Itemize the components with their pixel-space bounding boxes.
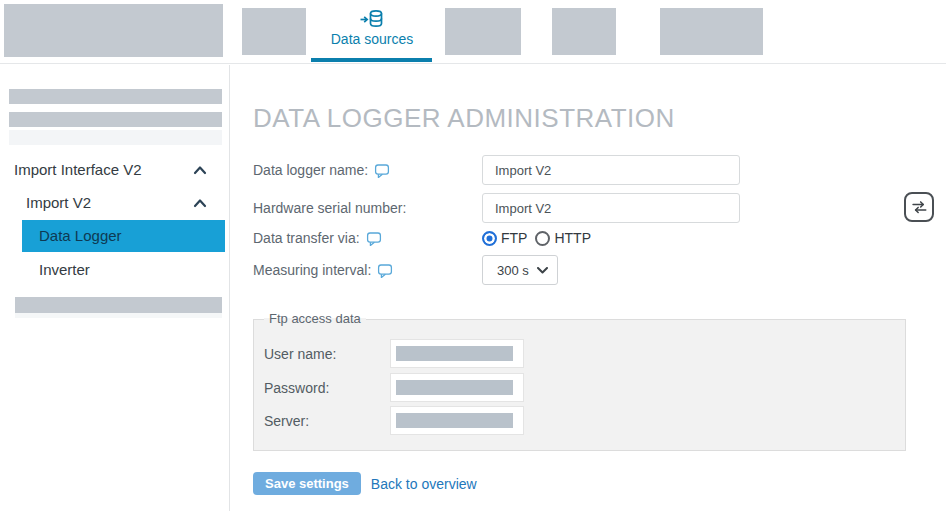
- user-name-input[interactable]: [390, 339, 524, 368]
- speech-bubble-icon[interactable]: [374, 163, 390, 179]
- logo-placeholder: [4, 4, 223, 57]
- form-row-user-name: User name:: [264, 339, 524, 368]
- radio-ftp[interactable]: FTP: [482, 230, 527, 246]
- chevron-down-icon: [537, 267, 548, 274]
- ftp-access-legend: Ftp access data: [264, 311, 366, 326]
- redacted-value-bar: [396, 413, 513, 428]
- data-transfer-label: Data transfer via:: [253, 230, 360, 246]
- radio-http-label: HTTP: [554, 230, 591, 246]
- top-navigation-bar: Data sources: [0, 0, 946, 64]
- data-logger-name-label: Data logger name:: [253, 162, 368, 178]
- nav-item-placeholder-4[interactable]: [660, 8, 763, 55]
- radio-ftp-label: FTP: [501, 230, 527, 246]
- ftp-access-fieldset: Ftp access data User name: Password: Ser…: [253, 319, 906, 451]
- radio-http-dot[interactable]: [535, 231, 550, 246]
- save-settings-button[interactable]: Save settings: [253, 472, 361, 495]
- page-title: DATA LOGGER ADMINISTRATION: [253, 103, 675, 134]
- measuring-interval-label: Measuring interval:: [253, 262, 371, 278]
- swap-horizontal-icon[interactable]: [904, 192, 934, 222]
- redacted-value-bar: [396, 346, 513, 361]
- data-logger-name-input[interactable]: [482, 155, 740, 185]
- form-row-data-logger-name: Data logger name:: [253, 155, 740, 185]
- sidebar-placeholder-bar-5: [15, 313, 222, 318]
- sidebar: Import Interface V2 Import V2 Data Logge…: [0, 65, 230, 511]
- redacted-value-bar: [396, 380, 513, 395]
- sidebar-item-import-v2[interactable]: Import V2: [26, 195, 91, 211]
- form-row-hardware-serial: Hardware serial number:: [253, 193, 740, 223]
- nav-item-placeholder-2[interactable]: [445, 8, 521, 55]
- speech-bubble-icon[interactable]: [366, 231, 382, 247]
- hardware-serial-input[interactable]: [482, 193, 740, 223]
- sidebar-item-import-interface-v2[interactable]: Import Interface V2: [14, 162, 142, 178]
- transfer-radio-group: FTP HTTP: [482, 230, 591, 246]
- measuring-interval-select[interactable]: 300 s: [482, 255, 558, 285]
- server-input[interactable]: [390, 406, 524, 435]
- form-row-password: Password:: [264, 373, 524, 402]
- sidebar-placeholder-bar-1: [9, 89, 222, 104]
- measuring-interval-value: 300 s: [497, 263, 529, 278]
- database-import-icon: [312, 8, 432, 30]
- form-row-server: Server:: [264, 406, 524, 435]
- sidebar-placeholder-bar-4: [15, 297, 222, 313]
- server-label: Server:: [264, 413, 390, 429]
- tab-data-sources[interactable]: Data sources: [312, 8, 432, 47]
- form-row-data-transfer: Data transfer via: FTP HTTP: [253, 229, 591, 247]
- user-name-label: User name:: [264, 346, 390, 362]
- sidebar-placeholder-bar-2: [9, 112, 222, 127]
- radio-ftp-dot[interactable]: [482, 231, 497, 246]
- active-tab-underline: [311, 58, 432, 62]
- main-content: DATA LOGGER ADMINISTRATION Data logger n…: [231, 65, 946, 511]
- speech-bubble-icon[interactable]: [377, 263, 393, 279]
- back-to-overview-link[interactable]: Back to overview: [371, 476, 477, 492]
- chevron-up-icon[interactable]: [192, 164, 208, 176]
- radio-http[interactable]: HTTP: [535, 230, 591, 246]
- password-input[interactable]: [390, 373, 524, 402]
- sidebar-item-inverter[interactable]: Inverter: [39, 262, 90, 278]
- tab-data-sources-label: Data sources: [312, 31, 432, 47]
- password-label: Password:: [264, 380, 390, 396]
- nav-item-placeholder-1[interactable]: [242, 8, 306, 55]
- sidebar-item-data-logger[interactable]: Data Logger: [22, 220, 225, 252]
- nav-item-placeholder-3[interactable]: [552, 8, 616, 55]
- form-actions: Save settings Back to overview: [253, 472, 477, 495]
- sidebar-placeholder-bar-3: [9, 130, 222, 145]
- form-row-measuring-interval: Measuring interval: 300 s: [253, 255, 558, 285]
- hardware-serial-label: Hardware serial number:: [253, 200, 406, 216]
- chevron-up-icon[interactable]: [192, 197, 208, 209]
